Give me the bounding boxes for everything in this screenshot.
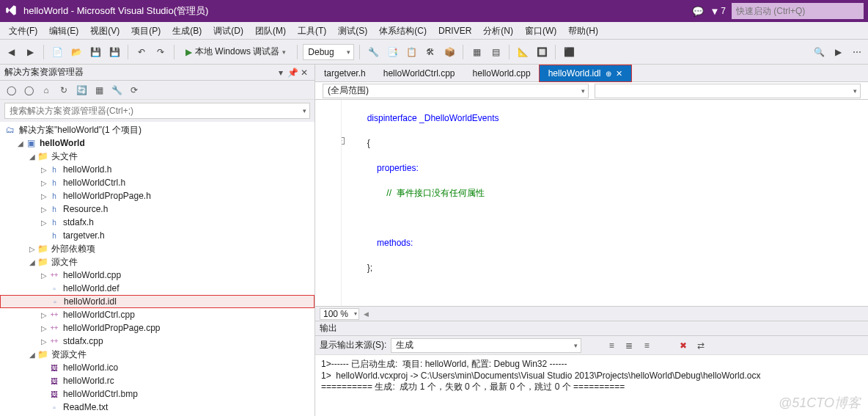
menu-team[interactable]: 团队(M) bbox=[249, 22, 292, 40]
start-debug-button[interactable]: ▶ 本地 Windows 调试器 ▾ bbox=[180, 44, 292, 60]
feedback-icon[interactable]: 💬 bbox=[692, 6, 704, 17]
tb-icon-7[interactable]: ▤ bbox=[488, 44, 504, 60]
solution-search[interactable] bbox=[4, 103, 310, 119]
folder-sources[interactable]: ◢📁源文件 bbox=[0, 255, 315, 269]
notifications-icon[interactable]: ▼7 bbox=[710, 6, 726, 17]
quick-launch-input[interactable] bbox=[732, 3, 864, 19]
menu-view[interactable]: 视图(V) bbox=[84, 22, 125, 40]
file-item[interactable]: ▷++helloWorldPropPage.cpp bbox=[0, 321, 315, 335]
expander-icon[interactable]: ▷ bbox=[40, 324, 48, 332]
tb-icon-6[interactable]: ▦ bbox=[468, 44, 485, 60]
menu-help[interactable]: 帮助(H) bbox=[562, 22, 604, 40]
tb-play-icon[interactable]: ▶ bbox=[830, 44, 846, 60]
file-item[interactable]: ▷hhelloWorld.h bbox=[0, 163, 315, 176]
member-combo[interactable] bbox=[595, 84, 861, 98]
se-showall-icon[interactable]: ▦ bbox=[92, 84, 106, 97]
file-item[interactable]: ▷hhelloWorldCtrl.h bbox=[0, 176, 315, 189]
folder-external[interactable]: ▷📁外部依赖项 bbox=[0, 242, 315, 255]
file-item[interactable]: ▷hhelloWorldPropPage.h bbox=[0, 189, 315, 202]
tb-icon-4[interactable]: 🛠 bbox=[422, 44, 438, 60]
tab-helloworldctrl-cpp[interactable]: helloWorldCtrl.cpp bbox=[375, 65, 464, 81]
code-editor[interactable]: dispinterface _DhelloWorldEvents − { pro… bbox=[315, 100, 868, 306]
menu-window[interactable]: 窗口(W) bbox=[519, 22, 562, 40]
output-clear-icon[interactable]: ✖ bbox=[677, 340, 690, 351]
zoom-combo[interactable]: 100 % bbox=[320, 308, 359, 320]
save-all-icon[interactable]: 💾 bbox=[106, 44, 122, 60]
find-icon[interactable]: 🔍 bbox=[811, 44, 827, 60]
nav-fwd-icon[interactable]: ▶ bbox=[22, 44, 38, 60]
expander-icon[interactable]: ▷ bbox=[40, 219, 48, 227]
undo-icon[interactable]: ↶ bbox=[133, 44, 150, 60]
tb-icon-1[interactable]: 🔧 bbox=[365, 44, 381, 60]
solution-search-input[interactable] bbox=[10, 106, 305, 116]
expander-icon[interactable]: ▷ bbox=[40, 271, 48, 280]
output-toggle-icon[interactable]: ⇄ bbox=[694, 340, 707, 351]
file-item[interactable]: ▷++helloWorldCtrl.cpp bbox=[0, 308, 315, 321]
expander-icon[interactable]: ▷ bbox=[28, 245, 37, 253]
expander-icon[interactable]: ◢ bbox=[28, 258, 37, 266]
expander-icon[interactable]: ▷ bbox=[40, 192, 48, 200]
menu-driver[interactable]: DRIVER bbox=[433, 22, 477, 40]
pin-icon[interactable]: 📌 bbox=[287, 67, 298, 78]
tb-icon-5[interactable]: 📦 bbox=[441, 44, 457, 60]
expander-icon[interactable]: ▷ bbox=[40, 337, 48, 346]
expander-icon[interactable]: ◢ bbox=[28, 153, 37, 161]
expander-icon[interactable]: ◢ bbox=[28, 351, 37, 359]
tb-icon-9[interactable]: 🔲 bbox=[534, 44, 550, 60]
scope-combo[interactable]: (全局范围) bbox=[323, 84, 589, 98]
solution-node[interactable]: 🗂解决方案"helloWorld"(1 个项目) bbox=[0, 123, 315, 136]
project-node[interactable]: ◢▣helloWorld bbox=[0, 136, 315, 150]
folder-resources[interactable]: ◢📁资源文件 bbox=[0, 348, 315, 361]
menu-build[interactable]: 生成(B) bbox=[166, 22, 207, 40]
new-project-icon[interactable]: 📄 bbox=[49, 44, 65, 60]
tb-more-icon[interactable]: ⋯ bbox=[849, 44, 865, 60]
config-combo[interactable]: Debug bbox=[303, 44, 354, 60]
menu-architecture[interactable]: 体系结构(C) bbox=[373, 22, 433, 40]
expander-icon[interactable]: ▷ bbox=[40, 205, 48, 214]
tb-icon-8[interactable]: 📐 bbox=[515, 44, 531, 60]
se-sync-icon[interactable]: 🔄 bbox=[75, 84, 88, 97]
folder-headers[interactable]: ◢📁头文件 bbox=[0, 150, 315, 163]
file-item[interactable]: ▫ReadMe.txt bbox=[0, 401, 315, 414]
output-body[interactable]: 1>------ 已启动生成: 项目: helloWorld, 配置: Debu… bbox=[315, 355, 868, 416]
tb-icon-10[interactable]: ⬛ bbox=[561, 44, 577, 60]
expander-icon[interactable]: ◢ bbox=[16, 139, 25, 147]
tab-helloworld-idl[interactable]: helloWorld.idl⊕✕ bbox=[540, 65, 631, 81]
se-refresh-icon[interactable]: ↻ bbox=[57, 84, 70, 97]
file-item[interactable]: ▷hstdafx.h bbox=[0, 216, 315, 229]
redo-icon[interactable]: ↷ bbox=[152, 44, 169, 60]
file-item[interactable]: 🖼helloWorldCtrl.bmp bbox=[0, 387, 315, 401]
tb-icon-2[interactable]: 📑 bbox=[384, 44, 400, 60]
se-back-icon[interactable]: ◯ bbox=[4, 84, 18, 97]
tab-helloworld-cpp[interactable]: helloWorld.cpp bbox=[464, 65, 540, 81]
se-fwd-icon[interactable]: ◯ bbox=[22, 84, 35, 97]
save-icon[interactable]: 💾 bbox=[87, 44, 103, 60]
expander-icon[interactable]: ▷ bbox=[40, 311, 48, 319]
se-properties-icon[interactable]: 🔧 bbox=[110, 84, 123, 97]
tab-targetver[interactable]: targetver.h bbox=[315, 65, 375, 81]
output-source-combo[interactable]: 生成 bbox=[391, 338, 581, 353]
close-tab-icon[interactable]: ✕ bbox=[616, 69, 622, 79]
output-icon-3[interactable]: ≡ bbox=[640, 340, 653, 351]
file-item[interactable]: ▷hResource.h bbox=[0, 202, 315, 216]
close-icon[interactable]: ✕ bbox=[298, 67, 310, 78]
se-preview-icon[interactable]: ⟳ bbox=[128, 84, 141, 97]
pin-icon[interactable]: ⊕ bbox=[606, 70, 611, 78]
expander-icon[interactable]: ▷ bbox=[40, 179, 48, 187]
menu-project[interactable]: 项目(P) bbox=[125, 22, 166, 40]
file-item[interactable]: ▷++stdafx.cpp bbox=[0, 335, 315, 348]
se-home-icon[interactable]: ⌂ bbox=[40, 84, 53, 97]
output-icon-1[interactable]: ≡ bbox=[605, 340, 618, 351]
dropdown-icon[interactable]: ▾ bbox=[275, 67, 287, 78]
menu-file[interactable]: 文件(F) bbox=[3, 22, 43, 40]
menu-analyze[interactable]: 分析(N) bbox=[477, 22, 519, 40]
file-item[interactable]: htargetver.h bbox=[0, 229, 315, 242]
file-item[interactable]: ▷++helloWorld.cpp bbox=[0, 269, 315, 282]
file-item-selected[interactable]: ▫helloWorld.idl bbox=[0, 295, 315, 308]
menu-debug[interactable]: 调试(D) bbox=[207, 22, 249, 40]
file-item[interactable]: 🖼helloWorld.ico bbox=[0, 361, 315, 374]
nav-back-icon[interactable]: ◀ bbox=[3, 44, 19, 60]
menu-edit[interactable]: 编辑(E) bbox=[43, 22, 84, 40]
fold-icon[interactable]: − bbox=[342, 137, 345, 145]
output-icon-2[interactable]: ≣ bbox=[622, 340, 636, 351]
